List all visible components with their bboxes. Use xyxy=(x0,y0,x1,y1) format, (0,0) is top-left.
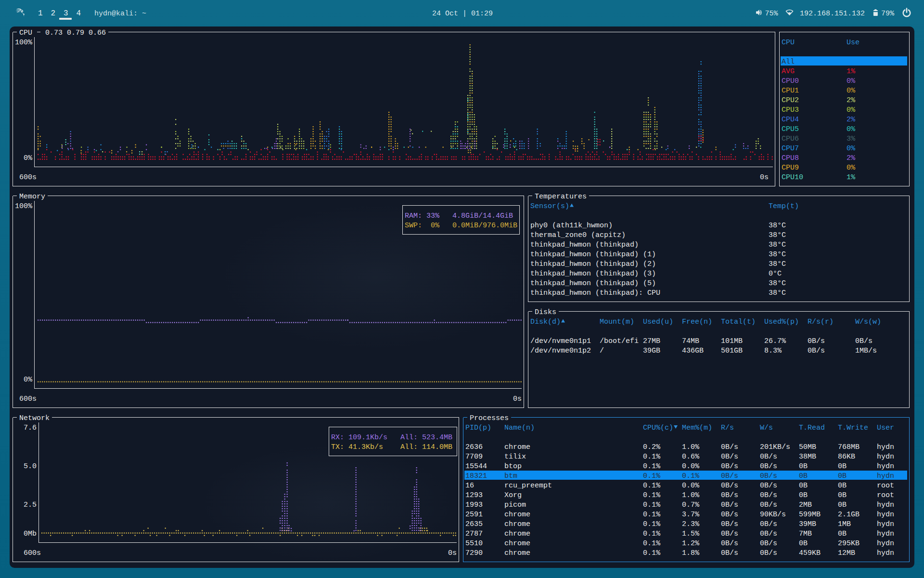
svg-text:0.73 0.79 0.66: 0.73 0.79 0.66 xyxy=(45,29,106,37)
svg-text:0.1%: 0.1% xyxy=(643,453,661,461)
svg-text:1%: 1% xyxy=(847,67,856,76)
svg-text:38°C: 38°C xyxy=(769,279,786,288)
svg-text:/boot/efi: /boot/efi xyxy=(600,337,639,345)
svg-text:1.0%: 1.0% xyxy=(682,491,700,499)
svg-text:90KB/s: 90KB/s xyxy=(760,511,786,519)
svg-text:W/s: W/s xyxy=(760,424,773,432)
svg-text:R/s(r): R/s(r) xyxy=(808,318,834,326)
svg-text:38°C: 38°C xyxy=(769,241,786,249)
svg-text:chrome: chrome xyxy=(504,520,530,528)
svg-text:0Mb: 0Mb xyxy=(24,530,37,538)
svg-text:27MB: 27MB xyxy=(643,337,660,345)
svg-text:1MB/s: 1MB/s xyxy=(855,347,877,355)
svg-text:0.1%: 0.1% xyxy=(643,520,661,528)
svg-text:0B/s: 0B/s xyxy=(760,501,777,509)
svg-text:0B: 0B xyxy=(799,539,808,548)
svg-text:38°C: 38°C xyxy=(769,222,786,230)
svg-text:CPU1: CPU1 xyxy=(782,87,799,95)
svg-text:0.1%: 0.1% xyxy=(643,472,661,480)
svg-text:192.168.151.132: 192.168.151.132 xyxy=(800,10,865,18)
svg-text:459KB: 459KB xyxy=(799,549,821,557)
svg-text:1MB: 1MB xyxy=(838,520,851,528)
svg-text:0B/s: 0B/s xyxy=(760,482,777,490)
svg-text:2: 2 xyxy=(51,9,56,18)
svg-text:38MB: 38MB xyxy=(799,453,816,461)
svg-text:T.Write: T.Write xyxy=(838,424,868,432)
svg-text:4: 4 xyxy=(77,9,81,18)
svg-text:CPU7: CPU7 xyxy=(782,144,799,153)
svg-text:15544: 15544 xyxy=(465,462,487,471)
svg-text:0B/s: 0B/s xyxy=(760,472,777,480)
svg-text:0%: 0% xyxy=(847,87,856,95)
svg-text:T.Read: T.Read xyxy=(799,424,825,432)
svg-text:74MB: 74MB xyxy=(682,337,699,345)
svg-text:0.1%: 0.1% xyxy=(643,491,661,499)
svg-text:75%: 75% xyxy=(765,10,779,18)
svg-text:AVG: AVG xyxy=(782,67,795,76)
svg-text:/dev/nvme0n1p1: /dev/nvme0n1p1 xyxy=(530,337,591,345)
svg-text:Disk(d): Disk(d) xyxy=(530,318,561,326)
svg-text:0.1%: 0.1% xyxy=(643,501,661,509)
svg-text:0s: 0s xyxy=(760,173,769,182)
svg-text:2%: 2% xyxy=(847,116,856,124)
svg-text:hydn: hydn xyxy=(877,462,894,471)
svg-text:Use: Use xyxy=(847,39,860,47)
svg-text:0B/s: 0B/s xyxy=(760,539,777,548)
svg-text:btm: btm xyxy=(504,472,517,480)
svg-text:0B/s: 0B/s xyxy=(721,501,738,509)
svg-text:768MB: 768MB xyxy=(838,443,860,451)
svg-text:0B: 0B xyxy=(799,482,808,490)
svg-text:600s: 600s xyxy=(19,173,37,182)
svg-text:rcu_preempt: rcu_preempt xyxy=(504,482,552,490)
svg-text:W/s(w): W/s(w) xyxy=(855,318,881,326)
svg-text:root: root xyxy=(877,491,894,499)
svg-text:0B: 0B xyxy=(799,491,808,499)
svg-text:0B/s: 0B/s xyxy=(721,453,738,461)
svg-text:1.0%: 1.0% xyxy=(682,443,700,451)
svg-text:0B/s: 0B/s xyxy=(855,337,873,345)
svg-text:Processes: Processes xyxy=(470,414,509,422)
svg-text:0.1%: 0.1% xyxy=(643,462,661,471)
svg-text:/: / xyxy=(600,347,604,355)
svg-text:2.5: 2.5 xyxy=(24,501,37,509)
svg-text:Used%(p): Used%(p) xyxy=(764,318,799,326)
svg-text:24 Oct | 01:29: 24 Oct | 01:29 xyxy=(432,10,493,18)
svg-text:5510: 5510 xyxy=(465,539,483,548)
svg-text:phy0 (ath11k_hwmon): phy0 (ath11k_hwmon) xyxy=(530,222,613,230)
svg-text:0B/s: 0B/s xyxy=(721,549,738,557)
svg-text:btop: btop xyxy=(504,462,522,471)
svg-text:5.0: 5.0 xyxy=(24,462,37,471)
svg-text:38°C: 38°C xyxy=(769,289,786,297)
svg-text:8.3%: 8.3% xyxy=(764,347,782,355)
svg-text:SWP: 0% 0.0MiB/976.0MiB: SWP: 0% 0.0MiB/976.0MiB xyxy=(405,222,517,230)
svg-text:0B/s: 0B/s xyxy=(760,530,777,538)
svg-text:hydn: hydn xyxy=(877,511,894,519)
svg-text:chrome: chrome xyxy=(504,530,530,538)
svg-text:0B/s: 0B/s xyxy=(760,453,777,461)
svg-text:0B/s: 0B/s xyxy=(808,337,825,345)
svg-text:picom: picom xyxy=(504,501,526,509)
svg-text:0B/s: 0B/s xyxy=(760,520,777,528)
svg-text:0B/s: 0B/s xyxy=(808,347,825,355)
svg-text:CPU3: CPU3 xyxy=(782,106,799,114)
svg-text:Disks: Disks xyxy=(535,308,556,316)
svg-text:0.1%: 0.1% xyxy=(682,472,700,480)
svg-text:Temperatures: Temperatures xyxy=(535,193,587,201)
svg-text:295KB: 295KB xyxy=(838,539,860,548)
svg-text:CPU4: CPU4 xyxy=(782,116,799,124)
svg-text:CPU%(c): CPU%(c) xyxy=(643,424,673,432)
svg-text:hydn: hydn xyxy=(877,530,894,538)
svg-text:1: 1 xyxy=(38,9,43,18)
svg-text:CPU0: CPU0 xyxy=(782,77,799,85)
svg-text:599MB: 599MB xyxy=(799,511,821,519)
svg-text:hydn@kali: ~: hydn@kali: ~ xyxy=(94,10,146,18)
svg-text:0.0%: 0.0% xyxy=(682,482,700,490)
svg-text:7709: 7709 xyxy=(465,453,483,461)
svg-text:CPU10: CPU10 xyxy=(782,173,803,182)
svg-text:hydn: hydn xyxy=(877,549,894,557)
svg-text:0B/s: 0B/s xyxy=(721,530,738,538)
svg-text:3%: 3% xyxy=(847,135,856,143)
svg-text:0°C: 0°C xyxy=(769,270,782,278)
svg-text:50MB: 50MB xyxy=(799,443,816,451)
svg-text:0B: 0B xyxy=(799,472,808,480)
